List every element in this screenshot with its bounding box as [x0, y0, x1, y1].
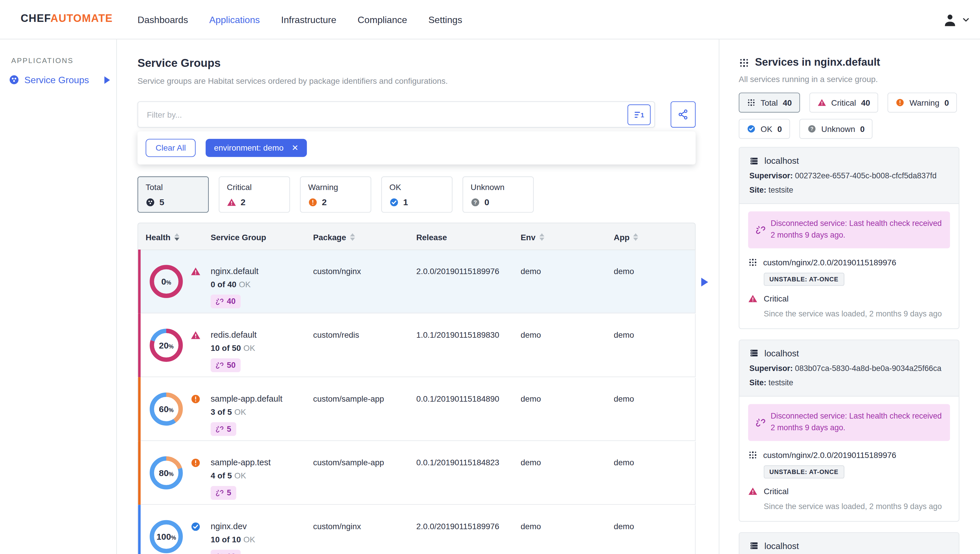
status-tile-total[interactable]: Total 5	[137, 176, 208, 212]
pill-label: Unknown	[821, 124, 855, 133]
critical-icon	[818, 98, 826, 107]
package-cell: custom/sample-app	[313, 458, 384, 467]
package-cell: custom/nginx	[313, 267, 361, 276]
disconnected-alert-text: Disconnected service: Last health check …	[771, 218, 942, 242]
user-icon[interactable]	[942, 12, 958, 28]
status-pill-total[interactable]: Total40	[739, 93, 800, 113]
sort-icons[interactable]	[633, 233, 638, 241]
host-name: localhost	[764, 156, 799, 166]
filter-chip-label: environment: demo	[214, 143, 283, 153]
nav-tab-compliance[interactable]: Compliance	[358, 14, 407, 25]
ok-count: 10 of 10	[211, 535, 241, 544]
ok-suffix: OK	[243, 535, 255, 544]
pill-label: Warning	[909, 98, 939, 107]
column-header-package[interactable]: Package	[313, 223, 355, 251]
release-cell: 2.0.0/20190115189976	[416, 267, 500, 276]
health-donut: 80%	[150, 456, 183, 490]
clear-all-button[interactable]: Clear All	[146, 139, 196, 157]
status-pill-critical[interactable]: Critical40	[810, 93, 878, 113]
unknown-icon: ?	[808, 125, 816, 133]
table-row[interactable]: 80% sample-app.test 4 of 5OK 5 custom/sa…	[137, 442, 696, 505]
server-icon	[749, 541, 759, 551]
nav-tab-applications[interactable]: Applications	[209, 14, 260, 25]
status-pill-unknown[interactable]: ? Unknown0	[799, 119, 873, 139]
disconnected-badge: 5	[211, 422, 236, 436]
service-card-header: localhost Supervisor: 083b07ca-5830-4a8d…	[740, 340, 959, 396]
critical-icon	[227, 197, 236, 207]
chevron-down-icon[interactable]	[962, 16, 970, 24]
status-tile-unknown[interactable]: Unknown ?0	[463, 176, 534, 212]
health-percent: 60%	[150, 392, 183, 426]
pill-label: Total	[760, 98, 778, 107]
package-cell: custom/sample-app	[313, 394, 384, 403]
brand-logo[interactable]: CHEFAUTOMATE	[21, 13, 113, 25]
health-percent: 80%	[150, 456, 183, 490]
table-row[interactable]: 60% sample-app.default 3 of 5OK 5 custom…	[137, 378, 696, 441]
column-header-env[interactable]: Env	[520, 223, 544, 251]
host-name: localhost	[764, 348, 799, 358]
row-status-edge	[138, 249, 141, 313]
env-cell: demo	[520, 522, 541, 531]
active-filters-panel: Clear All environment: demo✕	[137, 131, 696, 164]
pill-label: OK	[760, 124, 772, 133]
update-strategy-badge: UNSTABLE: AT-ONCE	[764, 273, 844, 286]
package-cell: custom/nginx	[313, 522, 361, 531]
column-header-app[interactable]: App	[614, 223, 638, 251]
table-row[interactable]: 20% redis.default 10 of 50OK 50 custom/r…	[137, 314, 696, 377]
row-status-edge	[138, 313, 141, 377]
chip-close-icon[interactable]: ✕	[292, 143, 298, 153]
row-status-edge	[138, 441, 141, 505]
service-health-status: Critical	[764, 294, 789, 303]
sidebar-item-service-groups[interactable]: Service Groups	[9, 74, 110, 85]
status-tile-ok[interactable]: OK 1	[381, 176, 452, 212]
page-title: Service Groups	[137, 57, 696, 70]
share-button[interactable]	[671, 101, 696, 128]
filter-bar: 1	[137, 101, 696, 128]
column-header-service-group[interactable]: Service Group	[211, 223, 266, 251]
disconnected-count: 50	[227, 361, 235, 370]
sidebar-item-label: Service Groups	[24, 74, 89, 85]
column-header-release[interactable]: Release	[416, 223, 447, 251]
tile-label: Unknown	[471, 183, 526, 192]
health-donut: 0%	[150, 265, 183, 298]
filter-count-button[interactable]: 1	[627, 104, 651, 125]
table-header: Health Service Group Package Release Env…	[137, 223, 696, 250]
status-pill-ok[interactable]: OK0	[739, 119, 790, 139]
unknown-icon: ?	[471, 197, 480, 207]
ok-icon	[390, 197, 399, 207]
column-label: Release	[416, 232, 447, 242]
column-header-health[interactable]: Health	[146, 223, 179, 251]
sort-icons[interactable]	[174, 233, 179, 241]
nav-tab-infrastructure[interactable]: Infrastructure	[281, 14, 336, 25]
ok-count: 0 of 40	[211, 279, 236, 289]
ok-suffix: OK	[234, 407, 246, 417]
filter-chips: environment: demo✕	[206, 139, 307, 157]
filter-chip[interactable]: environment: demo✕	[206, 139, 307, 157]
ok-count: 10 of 50	[211, 343, 241, 353]
sort-icons[interactable]	[350, 233, 355, 241]
user-menu[interactable]	[942, 0, 970, 39]
filter-input[interactable]	[138, 102, 654, 127]
service-card-header: localhost Supervisor: 002732ee-6557-405c…	[740, 148, 959, 204]
table-row[interactable]: 100% nginx.dev 10 of 10OK 10 custom/ngin…	[137, 505, 696, 554]
broken-link-icon	[216, 489, 224, 497]
column-label: Service Group	[211, 232, 266, 242]
nav-tab-dashboards[interactable]: Dashboards	[137, 14, 188, 25]
server-icon	[749, 156, 759, 166]
status-tile-critical[interactable]: Critical 2	[219, 176, 290, 212]
selected-row-marker	[701, 278, 708, 286]
nav-tab-settings[interactable]: Settings	[428, 14, 462, 25]
site-label: Site:	[749, 378, 766, 387]
status-pill-warning[interactable]: Warning0	[888, 93, 957, 113]
service-group-name: redis.default	[211, 330, 257, 340]
sort-icons[interactable]	[539, 233, 544, 241]
service-group-name: nginx.default	[211, 267, 258, 276]
service-card-header: localhost Supervisor: 0c0a6b1f-f9f2-4fe6…	[740, 533, 959, 554]
table-row[interactable]: 0% nginx.default 0 of 40OK 40 custom/ngi…	[137, 250, 696, 313]
app-cell: demo	[614, 330, 634, 340]
status-tile-warning[interactable]: Warning 2	[300, 176, 371, 212]
panel-title-text: Services in nginx.default	[755, 56, 880, 69]
service-cards: localhost Supervisor: 002732ee-6557-405c…	[739, 147, 959, 554]
health-note: Since the service was loaded, 2 months 9…	[764, 502, 950, 511]
chevron-right-icon[interactable]	[104, 76, 110, 83]
